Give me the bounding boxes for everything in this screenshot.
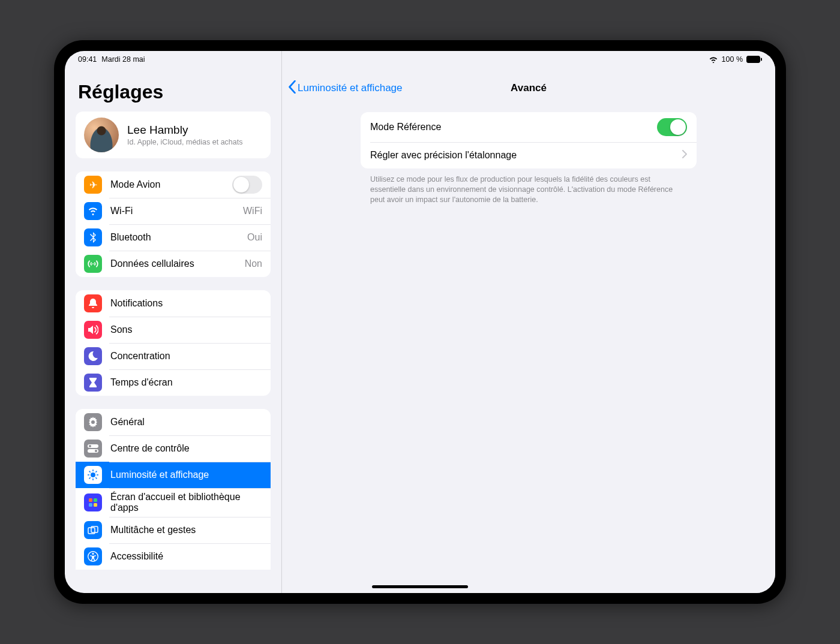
control-center-row[interactable]: Centre de contrôle (76, 435, 271, 462)
rectangles-icon (84, 521, 102, 539)
svg-line-14 (95, 471, 97, 473)
focus-row[interactable]: Concentration (76, 343, 271, 369)
reference-mode-row[interactable]: Mode Référence (361, 112, 697, 142)
profile-name: Lee Hambly (127, 124, 242, 137)
svg-rect-17 (89, 503, 92, 507)
screentime-label: Temps d'écran (110, 377, 262, 388)
wifi-value: WiFi (243, 206, 262, 216)
general-label: Général (110, 417, 262, 428)
page-title: Avancé (511, 82, 547, 94)
fine-tune-label: Régler avec précision l'étalonnage (370, 150, 517, 161)
airplane-icon: ✈ (84, 176, 102, 194)
sidebar-title: Réglages (65, 75, 281, 112)
cellular-row[interactable]: Données cellulaires Non (76, 251, 271, 277)
multitask-row[interactable]: Multitâche et gestes (76, 517, 271, 543)
cellular-label: Données cellulaires (110, 258, 236, 269)
airplane-toggle[interactable] (232, 176, 262, 194)
reference-mode-toggle[interactable] (657, 118, 687, 136)
bluetooth-icon (84, 228, 102, 246)
speaker-icon (84, 321, 102, 339)
svg-rect-15 (89, 498, 92, 502)
fine-tune-row[interactable]: Régler avec précision l'étalonnage (361, 142, 697, 168)
moon-icon (84, 347, 102, 365)
back-label: Luminosité et affichage (298, 82, 403, 94)
reference-mode-label: Mode Référence (370, 122, 441, 133)
screen: 09:41 Mardi 28 mai 100 % Réglages (65, 51, 775, 593)
svg-rect-16 (94, 498, 97, 502)
avatar (84, 118, 119, 152)
status-date: Mardi 28 mai (101, 55, 145, 64)
home-screen-label: Écran d'accueil et bibliothèque d'apps (110, 492, 262, 513)
status-bar: 09:41 Mardi 28 mai 100 % (65, 51, 775, 65)
sounds-label: Sons (110, 324, 262, 335)
accessibility-icon (84, 547, 102, 565)
display-brightness-row[interactable]: Luminosité et affichage (76, 462, 271, 488)
svg-rect-18 (94, 503, 97, 507)
switches-icon (84, 440, 102, 458)
display-label: Luminosité et affichage (110, 470, 262, 480)
svg-rect-1 (761, 58, 762, 61)
home-screen-row[interactable]: Écran d'accueil et bibliothèque d'apps (76, 488, 271, 517)
settings-sidebar[interactable]: Réglages Lee Hambly Id. Apple, iCloud, m… (65, 51, 282, 593)
sun-icon (84, 466, 102, 484)
sounds-row[interactable]: Sons (76, 317, 271, 343)
battery-text: 100 % (722, 55, 743, 64)
accessibility-row[interactable]: Accessibilité (76, 543, 271, 570)
hourglass-icon (84, 374, 102, 392)
svg-rect-0 (747, 56, 760, 63)
general-row[interactable]: Général (76, 409, 271, 435)
wifi-icon (709, 56, 718, 63)
notifications-label: Notifications (110, 298, 262, 309)
grid-icon (84, 493, 102, 511)
home-indicator[interactable] (372, 585, 468, 588)
svg-line-11 (89, 471, 91, 473)
svg-line-13 (89, 477, 91, 479)
focus-label: Concentration (110, 351, 262, 362)
bluetooth-value: Oui (247, 232, 262, 243)
notifications-group: Notifications Sons Concentration (76, 290, 271, 396)
nav-bar: Luminosité et affichage Avancé (282, 75, 775, 101)
airplane-mode-row[interactable]: ✈ Mode Avion (76, 171, 271, 198)
detail-pane: Luminosité et affichage Avancé Mode Réfé… (282, 51, 775, 593)
battery-icon (746, 56, 762, 63)
control-center-label: Centre de contrôle (110, 443, 262, 454)
apple-id-row[interactable]: Lee Hambly Id. Apple, iCloud, médias et … (76, 112, 271, 158)
system-group: Général Centre de contrôle Luminosité et… (76, 409, 271, 570)
svg-line-12 (95, 477, 97, 479)
screentime-row[interactable]: Temps d'écran (76, 369, 271, 396)
bluetooth-label: Bluetooth (110, 232, 239, 243)
airplane-label: Mode Avion (110, 179, 224, 190)
bluetooth-row[interactable]: Bluetooth Oui (76, 224, 271, 251)
svg-point-4 (89, 445, 91, 447)
reference-mode-footer: Utilisez ce mode pour les flux de produc… (361, 168, 697, 205)
svg-point-6 (91, 473, 95, 477)
connectivity-group: ✈ Mode Avion Wi-Fi WiFi Bluetooth (76, 171, 271, 277)
accessibility-label: Accessibilité (110, 551, 262, 562)
wifi-row[interactable]: Wi-Fi WiFi (76, 198, 271, 224)
cellular-value: Non (245, 258, 262, 269)
status-time: 09:41 (78, 55, 97, 64)
ipad-device-frame: 09:41 Mardi 28 mai 100 % Réglages (54, 40, 786, 604)
back-button[interactable]: Luminosité et affichage (288, 80, 403, 97)
notifications-row[interactable]: Notifications (76, 290, 271, 317)
bell-icon (84, 294, 102, 312)
cellular-icon (84, 255, 102, 273)
gear-icon (84, 413, 102, 431)
profile-group: Lee Hambly Id. Apple, iCloud, médias et … (76, 112, 271, 158)
svg-point-5 (95, 450, 97, 452)
chevron-right-icon (682, 150, 687, 161)
reference-mode-group: Mode Référence Régler avec précision l'é… (361, 112, 697, 168)
wifi-label: Wi-Fi (110, 206, 235, 216)
chevron-left-icon (288, 80, 296, 97)
wifi-row-icon (84, 202, 102, 220)
profile-subtitle: Id. Apple, iCloud, médias et achats (127, 138, 242, 146)
svg-point-22 (92, 553, 94, 555)
multitask-label: Multitâche et gestes (110, 525, 262, 535)
